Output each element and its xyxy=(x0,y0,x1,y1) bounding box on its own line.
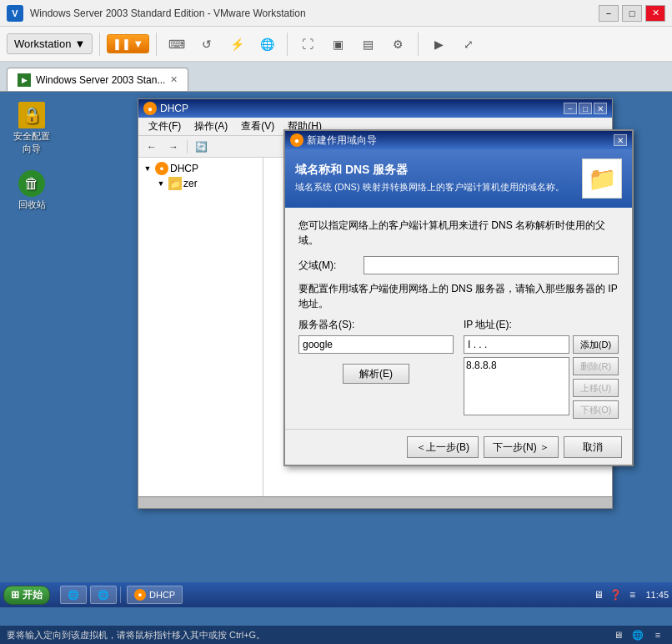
dhcp-minimize-btn[interactable]: − xyxy=(564,103,577,114)
tree-item-dhcp[interactable]: ▼ ● DHCP xyxy=(142,161,259,176)
wizard-dialog: ● 新建作用域向导 ✕ 域名称和 DNS 服务器 域名系统 (DNS) 映射并转… xyxy=(283,129,634,466)
wizard-add-button[interactable]: 添加(D) xyxy=(573,335,619,354)
network-button[interactable]: 🌐 xyxy=(253,33,280,56)
pause-button[interactable]: ❚❚ ▼ xyxy=(107,34,149,53)
workstation-menu-button[interactable]: Workstation ▼ xyxy=(7,33,93,54)
toolbar-separator-1 xyxy=(99,33,100,56)
wizard-close-btn[interactable]: ✕ xyxy=(614,134,627,146)
dhcp-close-btn[interactable]: ✕ xyxy=(594,103,607,114)
dhcp-scrollbar[interactable] xyxy=(138,496,612,508)
recycle-bin-icon[interactable]: 🗑 回收站 xyxy=(7,167,57,214)
taskbar-dhcp-icon: ● xyxy=(134,589,146,601)
wizard-header-text: 域名称和 DNS 服务器 域名系统 (DNS) 映射并转换网络上的客户端计算机使… xyxy=(295,163,582,194)
wizard-parent-domain-label: 父域(M): xyxy=(298,259,357,273)
taskbar-dhcp-label: DHCP xyxy=(149,590,175,600)
toolbar-separator-3 xyxy=(287,33,288,56)
dhcp-menu-action[interactable]: 操作(A) xyxy=(188,118,234,135)
dhcp-menu-view[interactable]: 查看(V) xyxy=(234,118,281,135)
tree-dhcp-label: DHCP xyxy=(170,163,198,174)
workstation-dropdown-icon: ▼ xyxy=(74,38,85,50)
settings-button[interactable]: ⚙ xyxy=(384,33,411,56)
tray-icon-menu[interactable]: ≡ xyxy=(625,588,639,601)
view-button[interactable]: ▣ xyxy=(324,33,351,56)
status-bar: 要将输入定向到该虚拟机，请将鼠标指针移入其中或按 Ctrl+G。 🖥 🌐 ≡ xyxy=(0,626,672,644)
wizard-server-name-input[interactable] xyxy=(298,335,454,354)
wizard-title-icon: ● xyxy=(290,133,303,147)
wizard-footer: ＜上一步(B) 下一步(N) ＞ 取消 xyxy=(285,429,632,465)
console-button[interactable]: ▤ xyxy=(354,33,381,56)
terminal-button[interactable]: ▶ xyxy=(425,33,452,56)
tray-icon-network[interactable]: 🖥 xyxy=(592,588,605,601)
taskbar-dhcp-button[interactable]: ● DHCP xyxy=(127,586,183,604)
tab-vm-icon: ▶ xyxy=(18,73,31,87)
tree-item-server[interactable]: ▼ 📁 zer xyxy=(142,176,259,191)
start-button[interactable]: ⊞ 开始 xyxy=(3,586,50,605)
wizard-title: 新建作用域向导 xyxy=(307,133,377,148)
tab-close-button[interactable]: ✕ xyxy=(170,74,178,85)
dhcp-maximize-btn[interactable]: □ xyxy=(579,103,592,114)
dhcp-back-btn[interactable]: ← xyxy=(142,138,162,155)
wizard-delete-button[interactable]: 删除(R) xyxy=(573,357,619,375)
wizard-header-icon: 📁 xyxy=(582,158,622,199)
workstation-label: Workstation xyxy=(14,38,71,50)
ip-list-item: 8.8.8.8 xyxy=(466,360,567,371)
send-key-button[interactable]: ⌨ xyxy=(163,33,190,56)
toolbar-separator-2 xyxy=(156,33,157,56)
dhcp-menu-file[interactable]: 文件(F) xyxy=(142,118,188,135)
dhcp-root-icon: ● xyxy=(155,162,168,175)
wizard-header: 域名称和 DNS 服务器 域名系统 (DNS) 映射并转换网络上的客户端计算机使… xyxy=(285,149,632,208)
taskbar-ie-btn-2[interactable]: 🌐 xyxy=(90,586,117,604)
wizard-ip-col: IP 地址(E): 8.8.8.8 添加(D xyxy=(464,318,619,419)
dhcp-title-bar: ● DHCP − □ ✕ xyxy=(138,99,612,118)
dhcp-refresh-btn[interactable]: 🔄 xyxy=(191,138,211,155)
window-controls: − □ ✕ xyxy=(599,5,665,22)
wizard-up-button[interactable]: 上移(U) xyxy=(573,379,619,397)
fullscreen-button[interactable]: ⛶ xyxy=(294,33,321,56)
title-bar: V Windows Server 2003 Standard Edition -… xyxy=(0,0,672,27)
tab-bar: ▶ Windows Server 2003 Stan... ✕ xyxy=(0,62,672,92)
wizard-header-title: 域名称和 DNS 服务器 xyxy=(295,163,582,178)
status-icon-menu[interactable]: ≡ xyxy=(650,627,665,642)
tray-icon-help[interactable]: ❓ xyxy=(609,588,622,601)
vm-tab[interactable]: ▶ Windows Server 2003 Stan... ✕ xyxy=(7,68,188,91)
taskbar-system-tray: 🖥 ❓ ≡ 11:45 xyxy=(592,588,669,601)
minimize-button[interactable]: − xyxy=(599,5,619,22)
wizard-resolve-button[interactable]: 解析(E) xyxy=(343,364,409,384)
wizard-title-bar: ● 新建作用域向导 ✕ xyxy=(285,131,632,149)
expand-button[interactable]: ⤢ xyxy=(455,33,482,56)
wizard-content: 您可以指定网络上的客户端计算机用来进行 DNS 名称解析时使用的父域。 父域(M… xyxy=(285,208,632,429)
clock: 11:45 xyxy=(645,590,669,600)
wizard-ip-input[interactable] xyxy=(464,335,569,354)
dhcp-title-icon: ● xyxy=(143,102,157,115)
wizard-ip-label: IP 地址(E): xyxy=(464,318,619,332)
close-button[interactable]: ✕ xyxy=(645,5,665,22)
maximize-button[interactable]: □ xyxy=(622,5,642,22)
dhcp-forward-btn[interactable]: → xyxy=(163,138,183,155)
wizard-down-button[interactable]: 下移(O) xyxy=(573,400,619,419)
wizard-intro-text: 您可以指定网络上的客户端计算机用来进行 DNS 名称解析时使用的父域。 xyxy=(298,218,619,248)
app-icon: V xyxy=(7,5,23,22)
security-wizard-icon-img: 🔒 xyxy=(18,102,45,128)
ie-icon-2: 🌐 xyxy=(98,590,109,601)
wizard-next-button[interactable]: 下一步(N) ＞ xyxy=(484,436,559,458)
toolbar-separator-4 xyxy=(418,33,419,56)
snapshot-button[interactable]: ↺ xyxy=(193,33,220,56)
dhcp-title: DHCP xyxy=(160,103,188,114)
taskbar-ie-btn-1[interactable]: 🌐 xyxy=(60,586,87,604)
wizard-server-name-col: 服务器名(S): 解析(E) xyxy=(298,318,454,419)
power-button[interactable]: ⚡ xyxy=(223,33,250,56)
wizard-cancel-button[interactable]: 取消 xyxy=(564,436,622,458)
security-wizard-icon[interactable]: 🔒 安全配置向导 xyxy=(7,98,57,158)
security-wizard-label: 安全配置向导 xyxy=(10,130,53,155)
status-icon-monitor[interactable]: 🖥 xyxy=(610,627,625,642)
wizard-title-buttons: ✕ xyxy=(614,134,627,146)
wizard-parent-domain-input[interactable] xyxy=(364,256,619,274)
dhcp-tree: ▼ ● DHCP ▼ 📁 zer xyxy=(138,158,263,508)
start-icon: ⊞ xyxy=(11,589,19,601)
wizard-ip-list[interactable]: 8.8.8.8 xyxy=(464,357,569,415)
status-icon-network[interactable]: 🌐 xyxy=(630,627,645,642)
wizard-note-text: 要配置作用域客户端使用网络上的 DNS 服务器，请输入那些服务器的 IP 地址。 xyxy=(298,281,619,311)
tray-icons: 🖥 ❓ ≡ xyxy=(592,588,639,601)
taskbar: ⊞ 开始 🌐 🌐 ● DHCP 🖥 ❓ ≡ 11:45 xyxy=(0,582,672,607)
wizard-back-button[interactable]: ＜上一步(B) xyxy=(407,436,479,458)
